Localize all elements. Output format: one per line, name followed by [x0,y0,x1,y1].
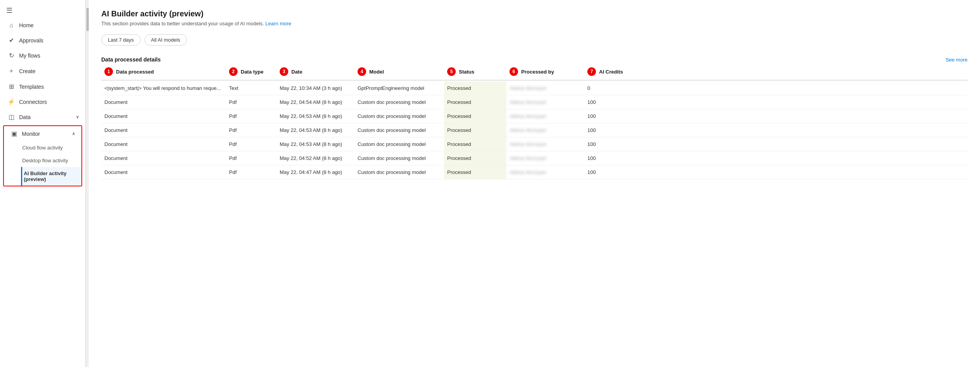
cell-data-processed: Document [101,95,226,109]
cell-data-processed: Document [101,165,226,179]
data-icon: ◫ [7,113,15,121]
cell-ai-credits: 100 [584,151,631,165]
sidebar-item-label: My flows [19,53,40,59]
main-content: AI Builder activity (preview) This secti… [89,0,980,367]
col-badge-6: 6 [509,67,518,76]
cell-model: Custom doc processing model [354,165,444,179]
sidebar-item-home[interactable]: ⌂ Home [0,18,85,33]
sidebar-item-label: Templates [19,84,44,90]
desktop-flow-label: Desktop flow activity [22,158,68,163]
cell-model: Custom doc processing model [354,123,444,137]
cell-model: Custom doc processing model [354,109,444,123]
cell-processed-by: Aleksa Ikonvyan [506,151,584,165]
approvals-icon: ✔ [7,37,15,44]
cell-model: GptPromptEngineering model [354,81,444,95]
cell-status: Processed [444,151,506,165]
col-badge-1: 1 [104,67,113,76]
sidebar-item-monitor[interactable]: ▣ Monitor ∧ [4,126,81,141]
col-header-data-processed: 1 Data processed [101,66,226,77]
cell-ai-credits: 100 [584,95,631,109]
col-label-2: Data type [241,69,264,75]
table-row: Document Pdf May 22, 04:54 AM (8 h ago) … [101,95,968,109]
col-label-1: Data processed [116,69,154,75]
cell-processed-by: Aleksa Ikonvyan [506,81,584,95]
page-title: AI Builder activity (preview) [101,9,968,18]
see-more-link[interactable]: See more [946,57,968,63]
sidebar: ☰ ⌂ Home ✔ Approvals ↻ My flows ＋ Create… [0,0,86,367]
cell-data-type: Pdf [226,151,277,165]
col-header-data-type: 2 Data type [226,66,277,77]
table-row: <|system_start|> You will respond to hum… [101,81,968,95]
cell-data-type: Pdf [226,109,277,123]
sidebar-item-label: Home [19,22,33,28]
sidebar-item-label: Connectors [19,99,47,105]
chevron-down-icon: ∨ [76,114,79,119]
cell-data-type: Pdf [226,137,277,151]
scrollbar-track[interactable] [86,0,89,367]
hamburger-icon[interactable]: ☰ [6,6,12,15]
col-label-4: Model [369,69,384,75]
cell-date: May 22, 04:47 AM (8 h ago) [277,165,354,179]
monitor-label: Monitor [22,131,40,137]
connectors-icon: ⚡ [7,98,15,105]
sidebar-sub-item-ai-builder[interactable]: AI Builder activity(preview) [21,167,81,186]
column-headers: 1 Data processed 2 Data type 3 Date 4 Mo… [101,66,968,81]
cell-processed-by: Aleksa Ikonvyan [506,123,584,137]
table-row: Document Pdf May 22, 04:52 AM (8 h ago) … [101,151,968,165]
sidebar-sub-item-cloud-flow[interactable]: Cloud flow activity [21,141,81,154]
cell-data-type: Pdf [226,165,277,179]
sidebar-item-connectors[interactable]: ⚡ Connectors [0,94,85,109]
scrollbar-thumb[interactable] [86,8,89,31]
cell-ai-credits: 100 [584,165,631,179]
filter-all-ai-models[interactable]: All AI models [145,34,187,46]
sidebar-sub-item-desktop-flow[interactable]: Desktop flow activity [21,154,81,167]
create-icon: ＋ [7,67,15,75]
sidebar-item-label: Create [19,68,35,74]
cell-processed-by: Aleksa Ikonvyan [506,165,584,179]
cell-data-type: Text [226,81,277,95]
cell-ai-credits: 0 [584,81,631,95]
col-label-5: Status [459,69,474,75]
sidebar-item-approvals[interactable]: ✔ Approvals [0,33,85,48]
cell-data-processed: <|system_start|> You will respond to hum… [101,81,226,95]
table-row: Document Pdf May 22, 04:47 AM (8 h ago) … [101,165,968,179]
cell-ai-credits: 100 [584,123,631,137]
col-badge-3: 3 [280,67,288,76]
ai-builder-label: AI Builder activity(preview) [24,170,67,182]
table-header-row: Data processed details See more [101,56,968,63]
table-row: Document Pdf May 22, 04:53 AM (8 h ago) … [101,123,968,137]
cell-model: Custom doc processing model [354,95,444,109]
cell-status: Processed [444,123,506,137]
sidebar-item-my-flows[interactable]: ↻ My flows [0,48,85,63]
cell-status: Processed [444,109,506,123]
cell-date: May 22, 04:54 AM (8 h ago) [277,95,354,109]
cell-processed-by: Aleksa Ikonvyan [506,95,584,109]
col-badge-4: 4 [358,67,366,76]
col-label-3: Date [291,69,302,75]
col-header-ai-credits: 7 AI Credits [584,66,631,77]
cell-date: May 22, 04:53 AM (8 h ago) [277,137,354,151]
col-header-status: 5 Status [444,66,506,77]
col-label-6: Processed by [521,69,554,75]
home-icon: ⌂ [7,22,15,29]
chevron-up-icon: ∧ [72,131,75,136]
cell-ai-credits: 100 [584,137,631,151]
table-section-title: Data processed details [101,56,161,63]
col-header-processed-by: 6 Processed by [506,66,584,77]
cell-date: May 22, 10:34 AM (3 h ago) [277,81,354,95]
cell-date: May 22, 04:53 AM (8 h ago) [277,109,354,123]
sidebar-item-label: Approvals [19,37,43,44]
table-body: <|system_start|> You will respond to hum… [101,81,968,179]
sidebar-item-create[interactable]: ＋ Create [0,63,85,79]
filter-pills: Last 7 days All AI models [101,34,968,46]
table-row: Document Pdf May 22, 04:53 AM (8 h ago) … [101,137,968,151]
cell-status: Processed [444,81,506,95]
sidebar-item-templates[interactable]: ⊞ Templates [0,79,85,94]
monitor-sub-items: Cloud flow activity Desktop flow activit… [4,141,81,186]
filter-last-7-days[interactable]: Last 7 days [101,34,141,46]
sidebar-item-data[interactable]: ◫ Data ∨ [0,109,85,125]
cell-data-processed: Document [101,137,226,151]
templates-icon: ⊞ [7,83,15,90]
sidebar-header: ☰ [0,0,85,18]
learn-more-link[interactable]: Learn more [265,21,291,26]
